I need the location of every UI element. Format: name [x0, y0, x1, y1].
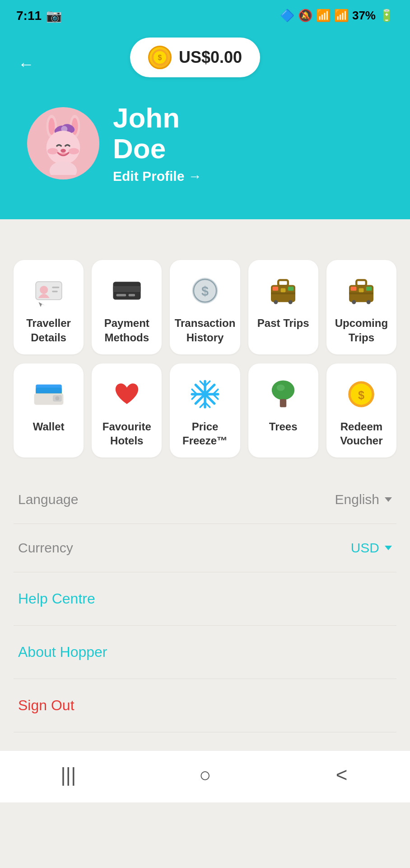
menu-item-upcoming-trips[interactable]: UpcomingTrips — [326, 260, 396, 354]
balance-amount: US$0.00 — [179, 48, 242, 67]
past-trips-label: Past Trips — [257, 316, 309, 330]
status-right: 🔷 🔕 📶 📶 37% 🔋 — [280, 9, 394, 23]
svg-point-13 — [69, 148, 79, 155]
price-freeze-label: PriceFreeze™ — [182, 420, 228, 448]
profile-info: John Doe Edit Profile → — [113, 103, 202, 184]
sign-out-link[interactable]: Sign Out — [14, 679, 396, 732]
menu-item-wallet[interactable]: Wallet — [14, 363, 84, 458]
svg-rect-19 — [52, 287, 59, 288]
battery: 37% — [352, 9, 376, 23]
svg-rect-22 — [113, 287, 140, 292]
svg-point-35 — [274, 300, 278, 304]
svg-rect-20 — [52, 291, 58, 292]
snowflake-icon — [187, 376, 223, 412]
currency-label: Currency — [18, 540, 73, 556]
svg-rect-45 — [359, 288, 364, 292]
currency-value[interactable]: USD — [351, 540, 392, 556]
currency-dropdown-arrow — [385, 546, 392, 550]
svg-rect-39 — [357, 280, 367, 286]
currency-row[interactable]: Currency USD — [14, 524, 396, 572]
language-label: Language — [18, 492, 78, 507]
svg-point-65 — [203, 392, 208, 396]
menu-grid-section: TravellerDetails PaymentMethods — [0, 246, 410, 471]
about-hopper-link[interactable]: About Hopper — [14, 626, 396, 679]
mute-icon: 🔕 — [298, 9, 312, 23]
profile-section: John Doe Edit Profile → — [18, 103, 392, 184]
wallet-label: Wallet — [33, 420, 65, 434]
edit-profile-button[interactable]: Edit Profile → — [113, 169, 202, 184]
time: 7:11 — [16, 9, 42, 23]
language-value[interactable]: English — [335, 492, 392, 507]
menu-row-1: TravellerDetails PaymentMethods — [14, 260, 396, 354]
nav-back-button[interactable]: < — [324, 764, 360, 786]
svg-text:$: $ — [358, 389, 364, 401]
profile-name: John Doe — [113, 103, 202, 164]
svg-rect-23 — [116, 294, 126, 297]
signal-icon: 📶 — [334, 9, 349, 23]
menu-item-traveller-details[interactable]: TravellerDetails — [14, 260, 84, 354]
favourite-hotels-label: FavouriteHotels — [102, 420, 151, 448]
svg-point-36 — [289, 300, 293, 304]
suitcase-past-icon — [265, 273, 301, 309]
wifi-icon: 📶 — [316, 9, 331, 23]
svg-point-18 — [40, 286, 48, 294]
heart-icon — [109, 376, 145, 412]
voucher-coin-icon: $ — [343, 376, 379, 412]
suitcase-upcoming-icon — [343, 273, 379, 309]
status-bar: 7:11 📷 🔷 🔕 📶 📶 37% 🔋 — [0, 0, 410, 28]
nav-menu-button[interactable]: ||| — [50, 764, 86, 786]
camera-icon: 📷 — [46, 8, 62, 23]
nav-home-button[interactable]: ○ — [187, 764, 223, 786]
coin-icon: $ — [148, 46, 172, 69]
menu-item-past-trips[interactable]: Past Trips — [248, 260, 318, 354]
svg-rect-32 — [271, 292, 295, 295]
back-button[interactable]: ← — [18, 55, 34, 74]
payment-methods-label: PaymentMethods — [104, 316, 149, 344]
menu-row-2: Wallet FavouriteHotels — [14, 363, 396, 458]
svg-rect-49 — [36, 384, 62, 393]
menu-item-trees[interactable]: Trees — [248, 363, 318, 458]
language-row[interactable]: Language English — [14, 476, 396, 524]
svg-rect-34 — [273, 287, 279, 291]
wallet-icon — [31, 376, 67, 412]
avatar — [27, 107, 99, 179]
balance-pill: $ US$0.00 — [130, 38, 260, 77]
redeem-voucher-label: RedeemVoucher — [340, 420, 382, 448]
upcoming-trips-label: UpcomingTrips — [335, 316, 388, 344]
svg-point-12 — [47, 148, 58, 155]
svg-rect-42 — [351, 287, 357, 291]
menu-item-favourite-hotels[interactable]: FavouriteHotels — [92, 363, 162, 458]
svg-rect-41 — [366, 287, 372, 291]
menu-item-payment-methods[interactable]: PaymentMethods — [92, 260, 162, 354]
credit-card-icon — [109, 273, 145, 309]
language-dropdown-arrow — [385, 497, 392, 502]
svg-rect-40 — [349, 292, 373, 295]
svg-point-43 — [352, 300, 356, 304]
help-centre-link[interactable]: Help Centre — [14, 572, 396, 626]
tree-icon — [265, 376, 301, 412]
svg-rect-37 — [281, 288, 286, 292]
svg-point-11 — [47, 131, 80, 165]
bottom-nav: ||| ○ < — [0, 750, 410, 802]
battery-icon: 🔋 — [379, 9, 394, 23]
svg-rect-67 — [280, 399, 286, 407]
settings-section: Language English Currency USD Help Centr… — [0, 471, 410, 732]
wave-divider — [0, 219, 410, 246]
bluetooth-icon: 🔷 — [280, 9, 294, 23]
svg-rect-33 — [288, 287, 294, 291]
trees-label: Trees — [269, 420, 298, 434]
menu-item-redeem-voucher[interactable]: $ RedeemVoucher — [326, 363, 396, 458]
svg-text:$: $ — [201, 284, 209, 298]
svg-point-68 — [277, 384, 285, 391]
hero-section: ← $ US$0.00 — [0, 28, 410, 220]
menu-item-price-freeze[interactable]: PriceFreeze™ — [170, 363, 240, 458]
svg-text:$: $ — [158, 54, 162, 61]
svg-point-44 — [367, 300, 371, 304]
transaction-history-label: TransactionHistory — [175, 316, 236, 344]
svg-point-6 — [48, 118, 55, 135]
status-left: 7:11 📷 — [16, 8, 62, 23]
traveller-details-label: TravellerDetails — [26, 316, 71, 344]
dollar-coin-icon: $ — [187, 273, 223, 309]
menu-item-transaction-history[interactable]: $ TransactionHistory — [170, 260, 240, 354]
svg-point-14 — [61, 149, 66, 152]
